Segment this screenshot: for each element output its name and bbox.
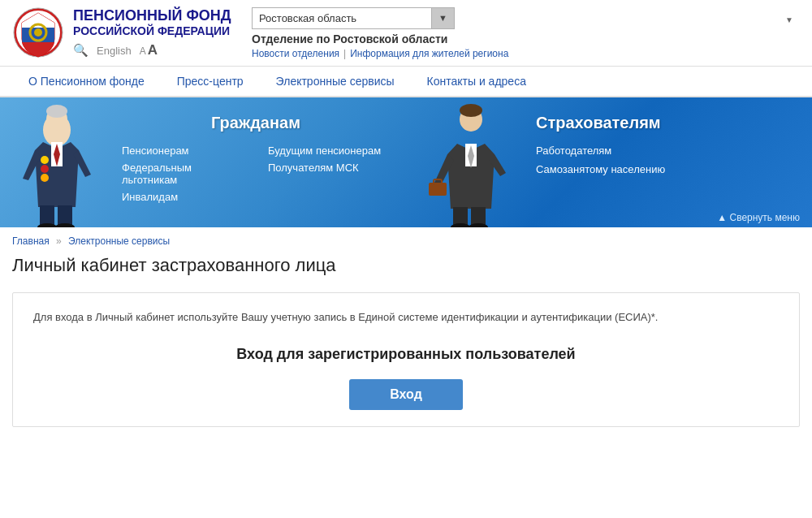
logo-icon <box>12 6 65 59</box>
hero-citizens-section: Гражданам Пенсионерам Будущим пенсионера… <box>114 97 398 227</box>
collapse-menu-button[interactable]: ▲ Свернуть меню <box>717 212 800 223</box>
region-dropdown-button[interactable]: ▼ <box>431 8 454 28</box>
hero-link-selfemployed[interactable]: Самозанятому населению <box>536 163 665 175</box>
breadcrumb-separator: » <box>56 235 62 247</box>
region-residents-link[interactable]: Информация для жителей региона <box>350 48 508 59</box>
nav-item-press[interactable]: Пресс-центр <box>161 67 260 96</box>
breadcrumb-current[interactable]: Электронные сервисы <box>68 235 170 247</box>
login-section: Вход для зарегистрированных пользователе… <box>33 346 779 410</box>
svg-point-20 <box>460 104 482 117</box>
insurers-title: Страхователям <box>536 114 661 132</box>
hero-insurers-section: Страхователям Работодателям Самозанятому… <box>528 97 812 227</box>
search-icon[interactable]: 🔍 <box>73 43 89 58</box>
region-selector-wrapper: ▼ <box>252 7 800 32</box>
hero-link-msk[interactable]: Получателям МСК <box>268 162 390 186</box>
collapse-label: ▲ Свернуть меню <box>717 212 800 223</box>
login-title: Вход для зарегистрированных пользователе… <box>33 346 779 363</box>
region-selector-box: ▼ <box>252 7 455 29</box>
svg-point-16 <box>41 156 49 164</box>
font-small-label[interactable]: A <box>140 45 146 57</box>
breadcrumb: Главная » Электронные сервисы <box>0 227 812 255</box>
page-title: Личный кабинет застрахованного лица <box>0 255 812 284</box>
main-nav: О Пенсионном фонде Пресс-центр Электронн… <box>0 67 812 97</box>
pensioner-figure-icon <box>11 101 104 227</box>
header-right: ▼ Отделение по Ростовской области Новост… <box>240 7 800 59</box>
logo-title: ПЕНСИОННЫЙ ФОНД <box>73 7 231 25</box>
login-button[interactable]: Вход <box>349 379 463 410</box>
info-box: Для входа в Личный кабинет используйте В… <box>12 292 800 427</box>
svg-point-6 <box>34 28 42 37</box>
region-input[interactable] <box>253 8 431 28</box>
logo-text-area: ПЕНСИОННЫЙ ФОНД РОССИЙСКОЙ ФЕДЕРАЦИИ 🔍 E… <box>73 7 231 59</box>
hero-inner: Гражданам Пенсионерам Будущим пенсионера… <box>0 97 812 227</box>
nav-item-contacts[interactable]: Контакты и адреса <box>411 67 542 96</box>
svg-rect-4 <box>22 42 54 57</box>
insurers-links: Работодателям Самозанятому населению <box>536 145 665 175</box>
hero-link-pensioners[interactable]: Пенсионерам <box>122 145 244 157</box>
svg-point-17 <box>41 165 49 173</box>
font-large-label[interactable]: A <box>148 42 158 58</box>
nav-item-services[interactable]: Электронные сервисы <box>260 67 411 96</box>
breadcrumb-home[interactable]: Главная <box>12 235 50 247</box>
citizens-links: Пенсионерам Будущим пенсионерам Федераль… <box>122 145 390 203</box>
citizens-title: Гражданам <box>211 114 300 132</box>
hero-link-employers[interactable]: Работодателям <box>536 145 665 157</box>
language-toggle[interactable]: English <box>97 45 132 57</box>
hero-link-disabled[interactable]: Инвалидам <box>122 191 244 203</box>
hero-link-benefits[interactable]: Федеральным льготникам <box>122 162 244 186</box>
main-content: Для входа в Личный кабинет используйте В… <box>0 284 812 443</box>
region-links: Новости отделения | Информация для жител… <box>252 48 800 59</box>
svg-point-9 <box>46 105 67 118</box>
region-news-link[interactable]: Новости отделения <box>252 48 339 59</box>
businessman-figure-icon <box>425 101 518 227</box>
svg-point-18 <box>41 174 49 182</box>
logo-area: ПЕНСИОННЫЙ ФОНД РОССИЙСКОЙ ФЕДЕРАЦИИ 🔍 E… <box>12 6 240 59</box>
link-separator: | <box>343 48 346 59</box>
nav-item-about[interactable]: О Пенсионном фонде <box>12 67 161 96</box>
font-size-control[interactable]: A A <box>140 42 158 58</box>
region-info-label: Отделение по Ростовской области <box>252 32 800 45</box>
info-text: Для входа в Личный кабинет используйте В… <box>33 309 779 326</box>
header: ПЕНСИОННЫЙ ФОНД РОССИЙСКОЙ ФЕДЕРАЦИИ 🔍 E… <box>0 0 812 67</box>
logo-subtitle: РОССИЙСКОЙ ФЕДЕРАЦИИ <box>73 24 231 37</box>
hero-figure-left <box>0 97 114 227</box>
hero-banner: Гражданам Пенсионерам Будущим пенсионера… <box>0 97 812 227</box>
hero-figure-right <box>414 97 528 227</box>
hero-link-future-pensioners[interactable]: Будущим пенсионерам <box>268 145 390 157</box>
